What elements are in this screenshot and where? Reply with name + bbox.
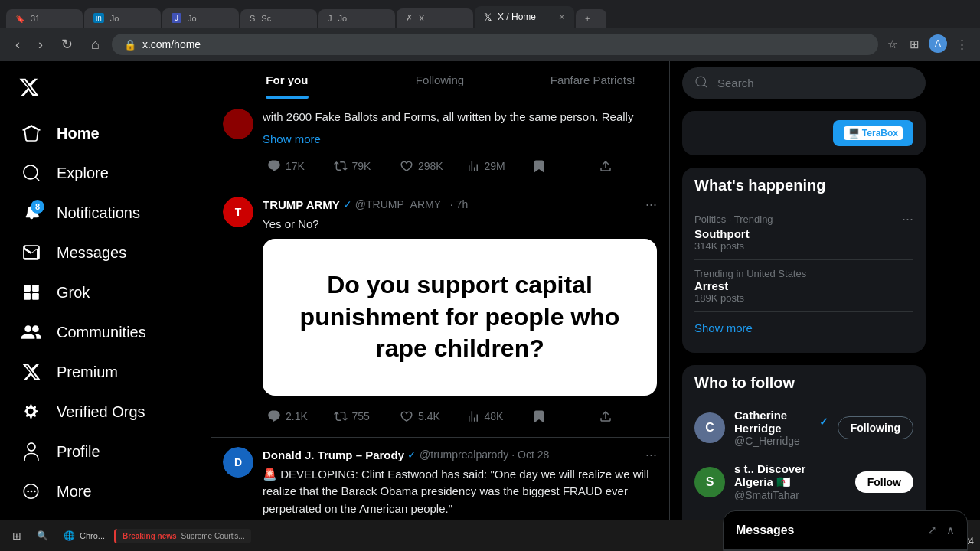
address-bar[interactable]: 🔒 x.com/home (112, 34, 878, 55)
tweet-partial-text: with 2600 Fake Ballots and Forms, all wr… (263, 109, 657, 126)
tab-for-you[interactable]: For you (211, 61, 364, 99)
verified-orgs-icon (21, 402, 41, 422)
bell-icon: 8 (21, 203, 41, 223)
tweet3-handle: @trumprealparody (420, 448, 508, 461)
tweet3-time-value: Oct 28 (518, 448, 549, 461)
svg-rect-0 (24, 285, 31, 292)
follow-name-2: s t.. Discover Algeria 🇩🇿 (734, 462, 846, 489)
forward-button[interactable]: › (32, 34, 49, 56)
trump-army-avatar: T (223, 197, 253, 227)
home-label: Home (57, 125, 100, 142)
messages-label: Messages (57, 244, 126, 262)
browser-tab-3[interactable]: J Jo (162, 8, 239, 28)
share-button[interactable] (594, 155, 658, 178)
verified-icon-1: ✓ (819, 416, 828, 428)
follow-avatar-2: S (694, 467, 725, 497)
browser-tab-1[interactable]: 🔖 31 (6, 9, 83, 28)
mail-icon (21, 243, 41, 262)
reload-button[interactable]: ↻ (55, 33, 79, 56)
verified-badge2: ✓ (407, 448, 416, 461)
extensions-icon[interactable]: ⊞ (906, 34, 923, 54)
reply-button[interactable]: 17K (263, 155, 326, 178)
sidebar-item-explore[interactable]: Explore (9, 154, 201, 192)
messages-collapse-icon[interactable]: ∧ (946, 523, 955, 537)
who-to-follow-card: Who to follow C Catherine Herridge ✓ @C_… (682, 365, 926, 520)
views-button[interactable]: 48K (462, 405, 525, 428)
tweet-time: · (450, 198, 453, 210)
browser-tab-x[interactable]: ✗ X (397, 8, 473, 28)
show-more-link[interactable]: Show more (263, 132, 321, 145)
bookmark-button[interactable] (528, 155, 591, 178)
browser-tab-5[interactable]: J Jo (318, 9, 395, 28)
search-box[interactable] (682, 67, 926, 99)
trend-item-arrest[interactable]: Trending in United States Arrest 189K po… (694, 260, 913, 312)
follow-info-1: Catherine Herridge ✓ @C_Herridge (734, 409, 828, 447)
messages-expand-icon[interactable]: ⤢ (927, 523, 937, 537)
tweet-trump-parody: D Donald J. Trump – Parody ✓ @trumprealp… (211, 438, 669, 520)
share-button[interactable] (594, 405, 658, 428)
browser-tab-home[interactable]: 𝕏 X / Home × (475, 6, 574, 28)
retweet-button[interactable]: 79K (329, 155, 393, 178)
trends-show-more[interactable]: Show more (694, 312, 913, 344)
tab-close-icon[interactable]: × (559, 11, 565, 23)
avatar (223, 109, 253, 139)
premium-icon (21, 362, 41, 382)
bookmark-icon[interactable]: ☆ (884, 34, 900, 54)
search-input[interactable] (717, 77, 913, 90)
tab-fanfare[interactable]: Fanfare Patriots! (516, 61, 669, 99)
browser-toolbar: ‹ › ↻ ⌂ 🔒 x.com/home ☆ ⊞ A ⋮ (0, 28, 980, 61)
trend-item-southport[interactable]: Politics · Trending ··· Southport 314K p… (694, 204, 913, 260)
tab-following[interactable]: Following (364, 61, 517, 99)
tweet-trump-army: T TRUMP ARMY ✓ @TRUMP_ARMY_ · 7h ··· (211, 187, 669, 438)
sidebar-item-messages[interactable]: Messages (9, 233, 201, 272)
sidebar-item-more[interactable]: More (9, 472, 201, 510)
terabox-ad: 🖥️ TeraBox (682, 111, 926, 155)
sidebar-item-home[interactable]: Home (9, 114, 201, 152)
notifications-label: Notifications (57, 204, 140, 222)
sidebar-item-notifications[interactable]: 8 Notifications (9, 194, 201, 232)
search-icon (694, 75, 708, 91)
sidebar-item-grok[interactable]: Grok (9, 273, 201, 311)
follow-handle-1: @C_Herridge (734, 435, 828, 447)
back-button[interactable]: ‹ (9, 34, 26, 56)
sidebar-item-communities[interactable]: Communities (9, 313, 201, 351)
sidebar-item-premium[interactable]: Premium (9, 353, 201, 391)
browser-tabs-bar: 🔖 31 in Jo J Jo S Sc J Jo ✗ X 𝕏 X / Home… (0, 0, 980, 28)
start-button[interactable]: ⊞ (6, 527, 28, 545)
profile-icon[interactable]: A (929, 34, 947, 53)
taskbar-breaking[interactable]: Breaking news Supreme Court's... (114, 529, 251, 543)
browser-tab-2[interactable]: in Jo (84, 8, 161, 28)
tweet3-more-button[interactable]: ··· (645, 447, 657, 463)
more-chrome-icon[interactable]: ⋮ (953, 34, 971, 54)
sidebar-item-verified[interactable]: Verified Orgs (9, 393, 201, 431)
like-button[interactable]: 5.4K (395, 405, 459, 428)
verified-badge: ✓ (343, 198, 352, 210)
taskbar-chrome[interactable]: 🌐 Chro... (57, 527, 111, 544)
browser-action-icons: ☆ ⊞ A ⋮ (884, 34, 971, 54)
tweet3-text: 🚨 DEVELOPING: Clint Eastwood has said: "… (263, 466, 657, 518)
tweet-more-button[interactable]: ··· (645, 197, 657, 213)
bookmark-button[interactable] (528, 405, 591, 428)
home-nav-button[interactable]: ⌂ (85, 34, 106, 56)
x-logo[interactable] (9, 67, 201, 109)
retweet-button[interactable]: 755 (329, 405, 393, 428)
more-icon (21, 481, 41, 501)
browser-tab-new[interactable]: + (576, 9, 606, 28)
following-button-1[interactable]: Following (838, 416, 913, 439)
sidebar-item-profile[interactable]: Profile (9, 432, 201, 471)
trend-more-icon[interactable]: ··· (902, 211, 913, 227)
browser-tab-4[interactable]: S Sc (240, 9, 317, 28)
reply-button[interactable]: 2.1K (263, 405, 326, 428)
terabox-ad-content[interactable]: 🖥️ TeraBox (833, 120, 913, 146)
tweet-yes-or-no: Yes or No? (263, 216, 657, 233)
communities-icon (21, 322, 41, 342)
grok-icon (21, 282, 41, 302)
tweet3-time: · (511, 448, 514, 461)
search-taskbar[interactable]: 🔍 (31, 527, 54, 544)
views-count: 29M (485, 160, 505, 172)
main-content: For you Following Fanfare Patriots! (211, 61, 670, 520)
grok-label: Grok (57, 284, 90, 302)
follow-button-2[interactable]: Follow (855, 471, 913, 493)
views-button[interactable]: 29M (462, 155, 525, 178)
like-button[interactable]: 298K (395, 155, 459, 178)
